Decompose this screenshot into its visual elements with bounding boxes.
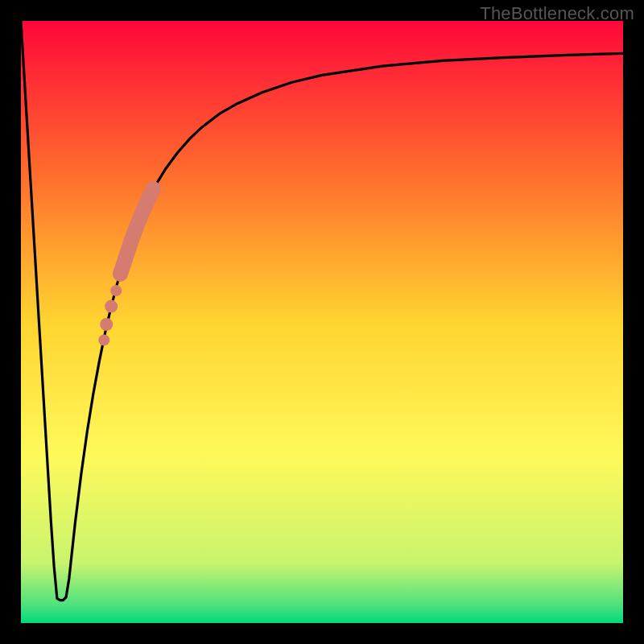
- highlight-dot: [114, 267, 126, 280]
- watermark-text: TheBottleneck.com: [480, 3, 634, 24]
- highlight-dot: [105, 300, 118, 313]
- highlight-dot: [147, 182, 161, 196]
- highlight-dot: [100, 318, 113, 331]
- chart-container: TheBottleneck.com: [0, 0, 644, 644]
- bottleneck-chart: [0, 0, 644, 644]
- highlight-dot: [98, 334, 109, 345]
- highlight-dot: [110, 285, 122, 296]
